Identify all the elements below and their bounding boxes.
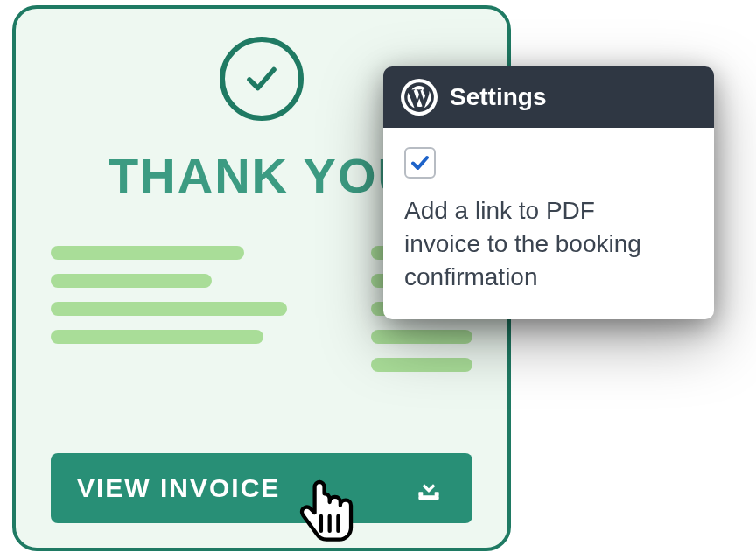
placeholder-bar (371, 358, 472, 372)
svg-rect-1 (418, 492, 423, 496)
placeholder-bar (51, 246, 244, 260)
pdf-link-checkbox[interactable] (404, 147, 436, 178)
settings-body: Add a link to PDF invoice to the booking… (383, 128, 714, 319)
view-invoice-button[interactable]: VIEW INVOICE (51, 453, 472, 523)
pointer-hand-icon (292, 472, 360, 551)
placeholder-col-left (51, 246, 287, 372)
wordpress-icon (401, 79, 438, 116)
check-circle-icon (220, 37, 304, 121)
settings-panel: Settings Add a link to PDF invoice to th… (383, 66, 714, 319)
placeholder-bar (371, 330, 472, 344)
settings-title: Settings (450, 83, 546, 111)
svg-rect-2 (435, 492, 439, 496)
thank-you-heading: THANK YOU (108, 147, 415, 204)
download-icon (411, 471, 446, 506)
pdf-link-option-label: Add a link to PDF invoice to the booking… (404, 194, 667, 293)
placeholder-bar (51, 274, 212, 288)
placeholder-bar (51, 330, 263, 344)
placeholder-bar (51, 302, 287, 316)
view-invoice-label: VIEW INVOICE (77, 473, 280, 503)
settings-header: Settings (383, 66, 714, 128)
